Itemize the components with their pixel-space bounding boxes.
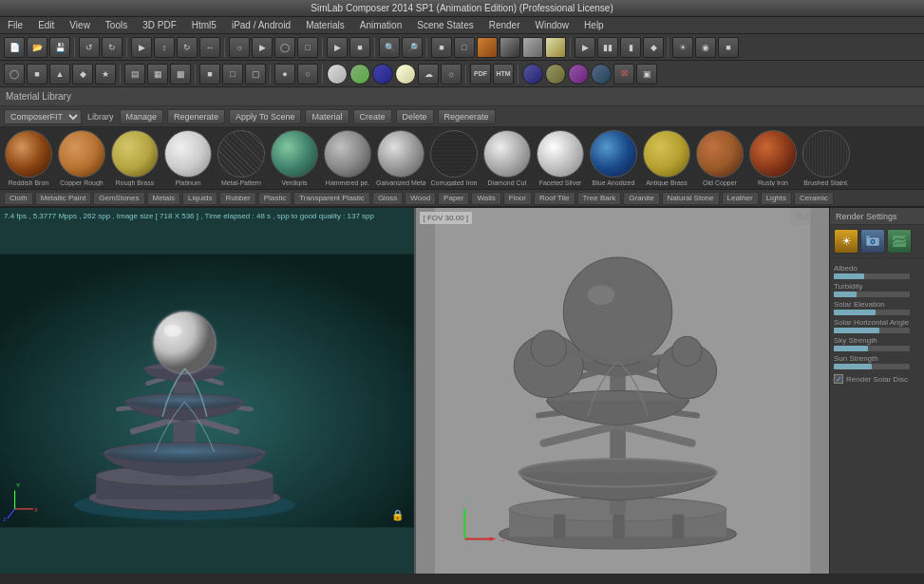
- mat-reddish-bron[interactable]: Reddish Bron: [4, 130, 53, 186]
- tb1-extra3[interactable]: ■: [718, 37, 739, 58]
- tb1-rotate[interactable]: ↻: [177, 37, 198, 58]
- tb2-wire[interactable]: ○: [297, 64, 318, 85]
- tb2-btn7[interactable]: ▦: [147, 64, 168, 85]
- cat-lights[interactable]: Lights: [761, 192, 792, 205]
- tb1-save[interactable]: 💾: [49, 37, 70, 58]
- menu-window[interactable]: Window: [532, 20, 574, 30]
- mat-blue-anodized[interactable]: Blue Anodized: [589, 130, 638, 186]
- cat-roof-tile[interactable]: Roof Tile: [534, 192, 575, 205]
- menu-render[interactable]: Render: [485, 20, 524, 30]
- tb2-btn1[interactable]: ◯: [4, 64, 25, 85]
- tb2-env3[interactable]: [568, 64, 589, 85]
- tb1-mat1[interactable]: [477, 37, 498, 58]
- cat-tree-bark[interactable]: Tree Bark: [577, 192, 622, 205]
- menu-animation[interactable]: Animation: [356, 20, 405, 30]
- tb1-stop[interactable]: ■: [349, 37, 370, 58]
- menu-ipad[interactable]: iPad / Android: [228, 20, 294, 30]
- menu-html5[interactable]: Html5: [188, 20, 220, 30]
- tb1-key[interactable]: ◆: [643, 37, 664, 58]
- tb1-extra2[interactable]: ◉: [695, 37, 716, 58]
- tb1-new[interactable]: 📄: [4, 37, 25, 58]
- tb2-view1[interactable]: ■: [199, 64, 220, 85]
- tb1-mat3[interactable]: [522, 37, 543, 58]
- cat-metallic-paint[interactable]: Metallic Paint: [35, 192, 92, 205]
- cat-liquids[interactable]: Liquids: [182, 192, 217, 205]
- cat-transparent[interactable]: Transparent Plastic: [293, 192, 370, 205]
- cat-gloss[interactable]: Gloss: [372, 192, 403, 205]
- tb1-light[interactable]: ☼: [229, 37, 250, 58]
- mat-diamond-cut[interactable]: Diamond Cut: [482, 130, 532, 186]
- mat-rough-brass[interactable]: Rough Brass: [110, 130, 160, 186]
- tb1-box[interactable]: □: [297, 37, 318, 58]
- menu-help[interactable]: Help: [580, 20, 608, 30]
- cat-cloth[interactable]: Cloth: [4, 192, 33, 205]
- menu-edit[interactable]: Edit: [34, 20, 58, 30]
- tb1-snap[interactable]: □: [454, 37, 475, 58]
- cat-walls[interactable]: Walls: [471, 192, 500, 205]
- tb2-view3[interactable]: ▢: [245, 64, 266, 85]
- btn-apply-to-scene[interactable]: Apply To Scene: [229, 109, 301, 124]
- tb2-view2[interactable]: □: [222, 64, 243, 85]
- tb2-del[interactable]: ☒: [613, 64, 634, 85]
- menu-3dpdf[interactable]: 3D PDF: [139, 20, 180, 30]
- tb2-html[interactable]: HTM: [493, 64, 514, 85]
- mat-brushed-stainless[interactable]: Brushed Stainl.: [801, 130, 851, 186]
- tb1-redo[interactable]: ↻: [102, 37, 123, 58]
- cat-natural-stone[interactable]: Natural Stone: [662, 192, 720, 205]
- cat-ceramic[interactable]: Ceramic: [794, 192, 834, 205]
- bar-solar-elevation[interactable]: [834, 310, 910, 315]
- tb2-xray[interactable]: ●: [274, 64, 295, 85]
- btn-material[interactable]: Material: [305, 109, 349, 124]
- tb2-mat6[interactable]: [349, 64, 370, 85]
- cat-plastic[interactable]: Plastic: [258, 192, 292, 205]
- mat-platinum[interactable]: Platinum: [163, 130, 213, 186]
- mat-verdigris[interactable]: Verdigris: [270, 130, 319, 186]
- btn-create[interactable]: Create: [353, 109, 392, 124]
- tb1-grid[interactable]: ■: [431, 37, 452, 58]
- cat-floor[interactable]: Floor: [503, 192, 532, 205]
- tb1-open[interactable]: 📂: [27, 37, 47, 58]
- tb2-mat8[interactable]: [395, 64, 416, 85]
- mat-faceted-silver[interactable]: Faceted Silver: [536, 130, 585, 186]
- tb2-env1[interactable]: [522, 64, 543, 85]
- tb2-pdf[interactable]: PDF: [470, 64, 491, 85]
- library-select[interactable]: ComposerFIT: [4, 109, 82, 124]
- cat-leather[interactable]: Leather: [722, 192, 759, 205]
- tb1-render[interactable]: ▶: [327, 37, 348, 58]
- bar-albedo[interactable]: [834, 273, 910, 279]
- tb1-anim2[interactable]: ▮▮: [597, 37, 618, 58]
- menu-materials[interactable]: Materials: [302, 20, 349, 30]
- tb2-env2[interactable]: [545, 64, 566, 85]
- tb2-btn8[interactable]: ▩: [170, 64, 191, 85]
- bar-turbidity[interactable]: [834, 292, 910, 297]
- mat-copper-rough[interactable]: Copper Rough: [57, 130, 106, 186]
- bar-sky-strength[interactable]: [834, 346, 910, 351]
- cat-wood[interactable]: Wood: [405, 192, 436, 205]
- render-sun-btn[interactable]: ☀: [834, 229, 858, 254]
- tb1-mat4[interactable]: [545, 37, 566, 58]
- tb1-anim3[interactable]: ▮: [620, 37, 641, 58]
- menu-file[interactable]: File: [4, 20, 27, 30]
- btn-regenerate2[interactable]: Regenerate: [438, 109, 496, 124]
- tb1-extra1[interactable]: ☀: [672, 37, 693, 58]
- mat-rusty-iron[interactable]: Rusty Iron: [748, 130, 798, 186]
- menu-view[interactable]: View: [66, 20, 94, 30]
- mat-corrugated[interactable]: Corrugated Iron: [429, 130, 479, 186]
- tb1-anim1[interactable]: ▶: [575, 37, 595, 58]
- cat-paper[interactable]: Paper: [438, 192, 469, 205]
- bar-sun-strength[interactable]: [834, 364, 910, 369]
- mat-hammered[interactable]: Hammered pe.: [323, 130, 372, 186]
- tb2-btn6[interactable]: ▤: [124, 64, 145, 85]
- tb2-btn2[interactable]: ■: [27, 64, 47, 85]
- tb1-zoom2[interactable]: 🔎: [402, 37, 423, 58]
- render-hdri-btn[interactable]: [887, 229, 912, 254]
- cat-rubber[interactable]: Rubber: [219, 192, 255, 205]
- render-solar-disc-checkbox[interactable]: ✓: [834, 374, 843, 384]
- menu-tools[interactable]: Tools: [102, 20, 131, 30]
- cat-metals[interactable]: Metals: [147, 192, 181, 205]
- tb2-scene1[interactable]: ☁: [418, 64, 439, 85]
- tb2-btn4[interactable]: ◆: [72, 64, 93, 85]
- menu-scene-states[interactable]: Scene States: [413, 20, 477, 30]
- tb1-mat2[interactable]: [500, 37, 520, 58]
- tb1-select[interactable]: ▶: [131, 37, 152, 58]
